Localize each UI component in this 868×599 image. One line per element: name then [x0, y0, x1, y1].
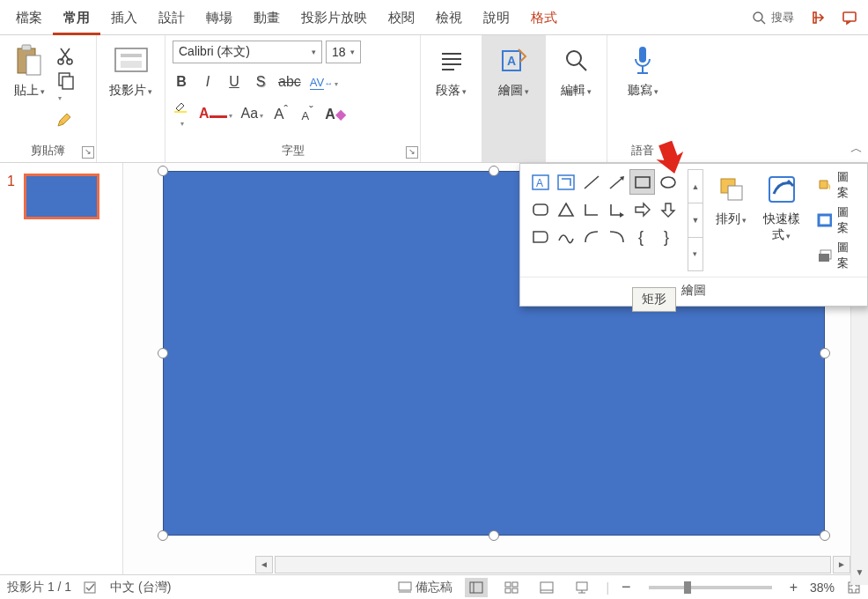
- shape-outline-button[interactable]: 圖案: [817, 204, 860, 236]
- dictate-button[interactable]: 聽寫: [621, 41, 665, 99]
- shape-arrow-line[interactable]: [604, 169, 629, 195]
- font-color-button[interactable]: A: [199, 106, 232, 122]
- tab-view[interactable]: 檢視: [425, 0, 473, 35]
- shape-wave[interactable]: [553, 224, 578, 249]
- gallery-scroll-down[interactable]: ▼: [688, 203, 702, 237]
- clear-format-button[interactable]: A◆: [325, 106, 346, 122]
- paragraph-button[interactable]: 段落: [430, 41, 474, 99]
- normal-view-button[interactable]: [465, 578, 488, 597]
- resize-handle-sw[interactable]: [158, 530, 168, 541]
- slideshow-view-button[interactable]: [570, 578, 593, 597]
- sorter-view-button[interactable]: [500, 578, 523, 597]
- tab-transitions[interactable]: 轉場: [195, 0, 243, 35]
- zoom-in-button[interactable]: +: [790, 580, 798, 595]
- svg-rect-37: [728, 186, 742, 200]
- resize-handle-se[interactable]: [820, 530, 830, 541]
- tab-help[interactable]: 說明: [473, 0, 520, 35]
- shape-elbow-arrow[interactable]: [604, 196, 629, 222]
- cut-icon[interactable]: [56, 46, 76, 65]
- shape-right-brace[interactable]: }: [655, 224, 680, 249]
- resize-handle-w[interactable]: [158, 348, 168, 359]
- hscroll-track[interactable]: [275, 556, 831, 573]
- shape-rounded-rect[interactable]: [527, 196, 553, 222]
- shape-arc[interactable]: [578, 224, 604, 249]
- font-size-combo[interactable]: 18▾: [326, 41, 361, 63]
- resize-handle-n[interactable]: [489, 166, 499, 176]
- hscroll-left-button[interactable]: ◄: [255, 556, 273, 573]
- tab-format[interactable]: 格式: [520, 0, 568, 35]
- search-box[interactable]: 搜尋: [743, 10, 803, 26]
- arrange-button[interactable]: 排列: [710, 169, 752, 271]
- vscroll-down-button[interactable]: ▼: [851, 567, 868, 585]
- font-dialog-launcher[interactable]: ↘: [406, 146, 418, 159]
- shape-elbow-connector[interactable]: [578, 196, 604, 222]
- shrink-font-button[interactable]: Aˇ: [298, 104, 316, 123]
- resize-handle-e[interactable]: [820, 348, 830, 359]
- editing-button[interactable]: 編輯: [555, 41, 599, 99]
- slide-thumbnail-1[interactable]: [24, 174, 99, 219]
- shape-textbox-vertical[interactable]: [553, 169, 578, 195]
- shape-down-arrow[interactable]: [655, 196, 680, 222]
- char-spacing-button[interactable]: AV↔: [310, 74, 338, 90]
- language-label[interactable]: 中文 (台灣): [110, 580, 171, 595]
- zoom-percent[interactable]: 38%: [810, 581, 835, 595]
- zoom-out-button[interactable]: −: [622, 578, 631, 596]
- group-font: Calibri (本文)▾ 18▾ B I U S abc AV↔ A Aa A…: [166, 35, 421, 162]
- search-label: 搜尋: [771, 10, 794, 26]
- underline-button[interactable]: U: [225, 74, 243, 90]
- new-slide-button[interactable]: 投影片: [109, 41, 153, 99]
- resize-handle-s[interactable]: [489, 530, 499, 541]
- grow-font-button[interactable]: Aˆ: [272, 103, 290, 123]
- shadow-button[interactable]: S: [252, 74, 269, 90]
- highlight-button[interactable]: [173, 98, 190, 129]
- shape-right-arrow[interactable]: [629, 196, 655, 222]
- reading-view-button[interactable]: [535, 578, 558, 597]
- clipboard-group-label: 剪貼簿: [7, 139, 89, 160]
- tab-review[interactable]: 校閱: [378, 0, 425, 35]
- shape-flowchart[interactable]: [527, 224, 553, 249]
- strike-button[interactable]: abc: [278, 74, 301, 90]
- svg-line-22: [579, 63, 586, 70]
- shape-line[interactable]: [578, 169, 604, 195]
- font-name-combo[interactable]: Calibri (本文)▾: [173, 41, 322, 63]
- notes-button[interactable]: 備忘稿: [398, 580, 452, 595]
- paste-button[interactable]: 貼上: [7, 41, 51, 99]
- zoom-slider[interactable]: [649, 586, 772, 589]
- change-case-button[interactable]: Aa: [241, 106, 264, 122]
- collapse-ribbon-button[interactable]: ︿: [850, 141, 863, 157]
- bold-button[interactable]: B: [173, 74, 190, 90]
- tab-slideshow[interactable]: 投影片放映: [291, 0, 378, 35]
- gallery-scroll: ▲ ▼ ▾: [688, 169, 703, 271]
- horizontal-scrollbar[interactable]: ◄ ►: [255, 555, 850, 574]
- shape-triangle[interactable]: [553, 196, 578, 222]
- share-button[interactable]: [806, 4, 833, 31]
- tab-file[interactable]: 檔案: [5, 0, 53, 35]
- shape-fill-button[interactable]: 圖案: [817, 169, 860, 201]
- tab-design[interactable]: 設計: [148, 0, 195, 35]
- shape-textbox[interactable]: A: [527, 169, 553, 195]
- tab-animations[interactable]: 動畫: [243, 0, 291, 35]
- resize-handle-nw[interactable]: [158, 166, 168, 176]
- copy-button[interactable]: [56, 70, 76, 103]
- shape-curve[interactable]: [604, 224, 629, 249]
- quick-styles-button[interactable]: 快速樣式: [757, 169, 805, 271]
- italic-button[interactable]: I: [199, 74, 217, 90]
- clipboard-dialog-launcher[interactable]: ↘: [82, 146, 94, 159]
- hscroll-right-button[interactable]: ►: [833, 556, 850, 573]
- shape-left-brace[interactable]: {: [629, 224, 655, 249]
- format-painter-icon[interactable]: [56, 108, 76, 128]
- shape-effects-button[interactable]: 圖案: [817, 240, 860, 271]
- gallery-scroll-up[interactable]: ▲: [688, 170, 702, 203]
- tab-home[interactable]: 常用: [53, 0, 100, 35]
- slide-icon: [114, 47, 149, 75]
- spellcheck-icon[interactable]: [84, 581, 98, 595]
- svg-text:A: A: [536, 177, 543, 189]
- gallery-more-button[interactable]: ▾: [688, 238, 702, 270]
- svg-rect-50: [512, 588, 518, 593]
- comments-button[interactable]: [836, 4, 863, 31]
- zoom-slider-knob[interactable]: [684, 581, 691, 594]
- tab-insert[interactable]: 插入: [100, 0, 148, 35]
- microphone-icon: [630, 45, 655, 77]
- svg-rect-41: [819, 254, 829, 262]
- drawing-button[interactable]: A 繪圖: [492, 41, 536, 99]
